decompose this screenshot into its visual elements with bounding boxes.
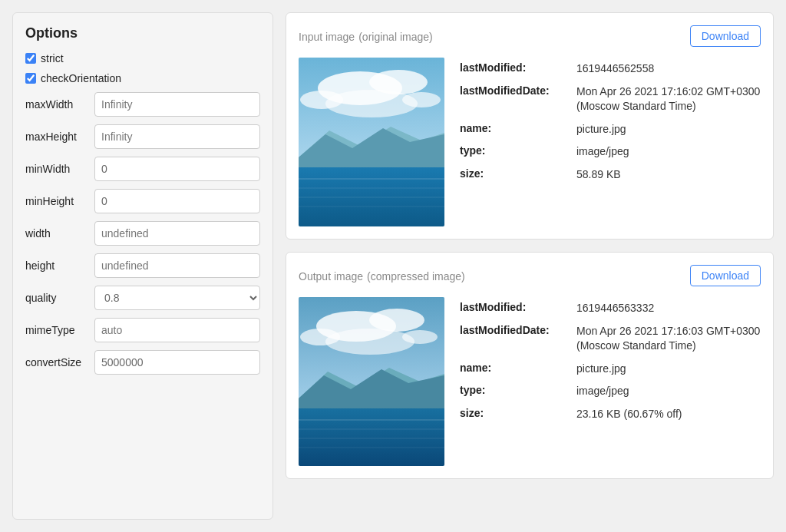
field-label-quality: quality — [25, 292, 94, 304]
field-row-mimeType: mimeType — [25, 318, 260, 342]
meta-row: type:image/jpeg — [460, 380, 761, 403]
field-input-mimeType[interactable] — [94, 318, 260, 342]
field-label-height: height — [25, 259, 94, 272]
output-image-preview — [299, 297, 444, 466]
svg-point-18 — [325, 329, 414, 355]
field-row-minHeight: minHeight — [25, 189, 260, 213]
meta-key: lastModified: — [460, 301, 567, 313]
field-label-width: width — [25, 227, 94, 240]
meta-key: lastModifiedDate: — [460, 324, 567, 336]
fields-container: maxWidthmaxHeightminWidthminHeightwidthh… — [25, 92, 260, 375]
meta-key: size: — [460, 167, 567, 180]
svg-rect-21 — [299, 408, 444, 466]
meta-value: 58.89 KB — [576, 167, 621, 183]
field-input-quality[interactable]: 0.60.70.80.91.0 — [94, 286, 260, 310]
meta-key: lastModified: — [460, 61, 567, 74]
input-card-header: Input image (original image) Download — [299, 25, 761, 47]
output-subtitle-text: (compressed image) — [367, 270, 465, 283]
svg-point-5 — [325, 90, 418, 117]
meta-row: lastModified:1619446563332 — [460, 297, 761, 320]
input-image-card: Input image (original image) Download — [286, 12, 774, 240]
meta-row: lastModified:1619446562558 — [460, 58, 761, 81]
field-input-height[interactable] — [94, 253, 260, 278]
meta-value: 23.16 KB (60.67% off) — [576, 407, 682, 422]
field-input-convertSize[interactable] — [94, 350, 260, 375]
field-row-maxWidth: maxWidth — [25, 92, 260, 117]
input-card-body: lastModified:1619446562558lastModifiedDa… — [299, 58, 761, 226]
meta-row: name:picture.jpg — [460, 118, 761, 141]
output-image-meta: lastModified:1619446563332lastModifiedDa… — [460, 297, 761, 466]
output-image-card: Output image (compressed image) Download — [286, 252, 774, 479]
strict-checkbox[interactable] — [25, 53, 36, 64]
meta-key: name: — [460, 122, 567, 134]
meta-key: name: — [460, 362, 567, 374]
meta-value: image/jpeg — [576, 144, 629, 160]
field-label-maxHeight: maxHeight — [25, 131, 94, 143]
meta-value: Mon Apr 26 2021 17:16:03 GMT+0300 (Mosco… — [576, 324, 761, 354]
field-label-mimeType: mimeType — [25, 324, 94, 336]
field-row-width: width — [25, 221, 260, 246]
meta-row: size:58.89 KB — [460, 164, 761, 187]
output-title-text: Output image — [299, 270, 363, 283]
input-subtitle-text: (original image) — [358, 31, 432, 43]
check-orientation-label: checkOrientation — [41, 72, 121, 84]
field-input-minHeight[interactable] — [94, 189, 260, 213]
strict-label: strict — [41, 52, 64, 64]
options-panel: Options strict checkOrientation maxWidth… — [12, 12, 273, 520]
field-row-height: height — [25, 253, 260, 278]
meta-value: 1619446562558 — [576, 61, 654, 77]
meta-value: Mon Apr 26 2021 17:16:02 GMT+0300 (Mosco… — [576, 84, 761, 114]
input-image-meta: lastModified:1619446562558lastModifiedDa… — [460, 58, 761, 226]
field-input-minWidth[interactable] — [94, 157, 260, 181]
input-image-preview — [299, 58, 444, 226]
meta-row: type:image/jpeg — [460, 140, 761, 164]
right-panel: Input image (original image) Download — [286, 12, 774, 520]
field-input-width[interactable] — [94, 221, 260, 246]
field-label-minWidth: minWidth — [25, 163, 94, 175]
field-input-maxHeight[interactable] — [94, 124, 260, 149]
meta-row: name:picture.jpg — [460, 358, 761, 381]
field-input-maxWidth[interactable] — [94, 92, 260, 117]
output-card-title: Output image (compressed image) — [299, 268, 465, 284]
meta-value: 1619446563332 — [576, 301, 654, 316]
meta-key: size: — [460, 407, 567, 419]
meta-value: picture.jpg — [576, 122, 626, 137]
output-card-header: Output image (compressed image) Download — [299, 265, 761, 286]
strict-row: strict — [25, 52, 260, 64]
output-card-body: lastModified:1619446563332lastModifiedDa… — [299, 297, 761, 466]
field-label-maxWidth: maxWidth — [25, 98, 94, 111]
output-download-button[interactable]: Download — [690, 265, 761, 286]
options-title: Options — [25, 25, 260, 41]
meta-row: lastModifiedDate:Mon Apr 26 2021 17:16:0… — [460, 320, 761, 358]
meta-value: picture.jpg — [576, 362, 626, 377]
svg-point-15 — [369, 309, 424, 332]
meta-key: type: — [460, 144, 567, 157]
input-title-text: Input image — [299, 31, 355, 43]
meta-value: image/jpeg — [576, 384, 629, 399]
field-row-quality: quality0.60.70.80.91.0 — [25, 286, 260, 310]
input-card-title: Input image (original image) — [299, 28, 433, 45]
meta-row: lastModifiedDate:Mon Apr 26 2021 17:16:0… — [460, 81, 761, 118]
field-label-minHeight: minHeight — [25, 195, 94, 207]
meta-row: size:23.16 KB (60.67% off) — [460, 403, 761, 426]
field-row-convertSize: convertSize — [25, 350, 260, 375]
check-orientation-checkbox[interactable] — [25, 73, 36, 84]
meta-key: type: — [460, 384, 567, 396]
field-row-maxHeight: maxHeight — [25, 124, 260, 149]
field-row-minWidth: minWidth — [25, 157, 260, 181]
input-download-button[interactable]: Download — [690, 25, 761, 47]
check-orientation-row: checkOrientation — [25, 72, 260, 84]
field-label-convertSize: convertSize — [25, 356, 94, 368]
meta-key: lastModifiedDate: — [460, 84, 567, 97]
